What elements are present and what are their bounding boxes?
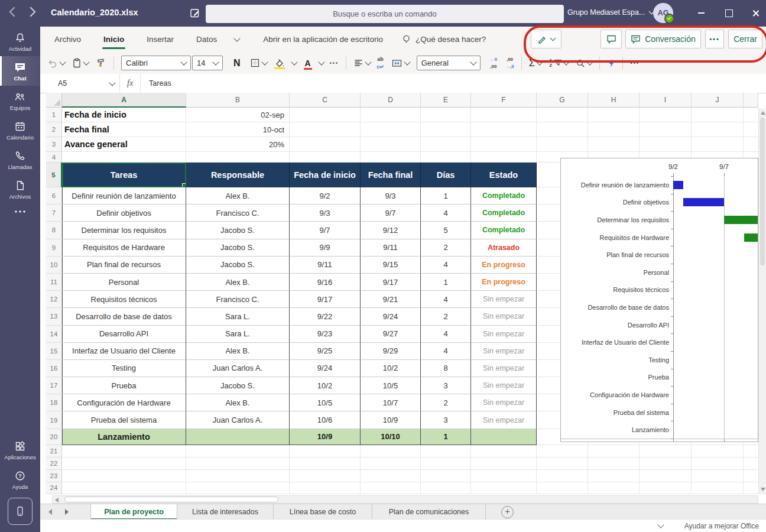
- row-number-8[interactable]: 8: [46, 222, 62, 239]
- vertical-scroll-thumb[interactable]: [760, 118, 765, 265]
- cell-F4[interactable]: [471, 152, 537, 163]
- cell-D10[interactable]: 9/15: [361, 257, 421, 274]
- cell-J2[interactable]: [692, 122, 744, 137]
- cell-B7[interactable]: Francisco C.: [186, 205, 290, 222]
- cell-I23[interactable]: [640, 470, 692, 482]
- cell-A16[interactable]: Testing: [62, 360, 186, 377]
- cell-C4[interactable]: [290, 152, 361, 163]
- cell-E10[interactable]: 4: [421, 257, 471, 274]
- cell-J22[interactable]: [692, 458, 744, 470]
- row-number-23[interactable]: 23: [46, 470, 62, 482]
- cell-B13[interactable]: Sara L.: [186, 308, 290, 325]
- gantt-chart[interactable]: 9/29/7Definir reunión de lanzamientoDefi…: [560, 158, 758, 442]
- rename-pencil-icon[interactable]: [189, 7, 201, 19]
- row-number-11[interactable]: 11: [46, 274, 62, 291]
- cell-D13[interactable]: 9/24: [361, 308, 421, 325]
- cell-A10[interactable]: Plan final de recursos: [62, 257, 186, 274]
- cell-G22[interactable]: [537, 458, 588, 470]
- cell-E14[interactable]: 4: [421, 326, 471, 343]
- bold-button[interactable]: N: [233, 58, 241, 69]
- cell-C5[interactable]: Fecha de inicio: [290, 163, 361, 187]
- cell-A22[interactable]: [62, 458, 186, 470]
- cell-A15[interactable]: Interfaz de Usuario del Cliente: [62, 343, 186, 360]
- cell-C11[interactable]: 9/16: [290, 274, 361, 291]
- cell-G21[interactable]: [537, 445, 588, 458]
- cell-F7[interactable]: Completado: [471, 205, 537, 222]
- cell-B15[interactable]: Alex B.: [186, 343, 290, 360]
- cell-C22[interactable]: [290, 458, 361, 470]
- cell-F11[interactable]: En progreso: [471, 274, 537, 291]
- cell-E12[interactable]: 4: [421, 291, 471, 308]
- cell-B22[interactable]: [186, 458, 290, 470]
- cell-F15[interactable]: Sin empezar: [471, 343, 537, 360]
- column-header-E[interactable]: E: [421, 93, 471, 108]
- cell-B16[interactable]: Juan Carlos A.: [186, 360, 290, 377]
- cell-A20[interactable]: Lanzamiento: [62, 429, 186, 445]
- horizontal-scroll-thumb[interactable]: [64, 497, 278, 502]
- borders-button[interactable]: [250, 58, 267, 68]
- paste-button[interactable]: [72, 58, 89, 68]
- cell-C18[interactable]: 10/5: [290, 394, 361, 411]
- open-in-desktop-link[interactable]: Abrir en la aplicación de escritorio: [263, 35, 383, 44]
- cell-E1[interactable]: [421, 108, 471, 122]
- column-header-H[interactable]: H: [588, 93, 640, 108]
- selection-fill-handle[interactable]: [182, 183, 186, 187]
- cell-B21[interactable]: [186, 445, 290, 458]
- font-size-select[interactable]: 14: [192, 56, 223, 70]
- cell-A9[interactable]: Requisitos de Hardware: [62, 239, 186, 257]
- sidebar-item-archivos[interactable]: Archivos: [0, 174, 40, 204]
- cell-B17[interactable]: Jacobo S.: [186, 377, 290, 394]
- cell-E17[interactable]: 3: [421, 377, 471, 394]
- cell-F16[interactable]: Sin empezar: [471, 360, 537, 377]
- sheet-tab-2[interactable]: Lista de interesados: [177, 504, 274, 520]
- ribbon-more-button[interactable]: •••: [705, 30, 724, 48]
- cell-F20[interactable]: [471, 429, 537, 445]
- cell-E6[interactable]: 1: [421, 187, 471, 205]
- cell-A12[interactable]: Requisitos técnicos: [62, 291, 186, 308]
- cell-B14[interactable]: Sara L.: [186, 326, 290, 343]
- cell-D18[interactable]: 10/7: [361, 394, 421, 411]
- cell-D6[interactable]: 9/3: [361, 187, 421, 205]
- cell-I1[interactable]: [640, 108, 692, 122]
- cell-E20[interactable]: 1: [421, 429, 471, 445]
- cell-H1[interactable]: [588, 108, 640, 122]
- cell-B19[interactable]: Juan Carlos A.: [186, 411, 290, 429]
- row-number-2[interactable]: 2: [46, 122, 62, 137]
- row-number-5[interactable]: 5: [46, 163, 62, 187]
- comment-button[interactable]: [601, 30, 622, 48]
- cell-F5[interactable]: Estado: [471, 163, 537, 187]
- cell-J24[interactable]: [692, 482, 744, 494]
- ribbon-tab-inicio[interactable]: Inicio: [102, 27, 125, 52]
- column-header-B[interactable]: B: [186, 93, 290, 108]
- cell-A7[interactable]: Definir objetivos: [62, 205, 186, 222]
- cell-F3[interactable]: [471, 137, 537, 152]
- cell-E2[interactable]: [421, 122, 471, 137]
- row-number-19[interactable]: 19: [46, 411, 62, 429]
- sheet-tab-4[interactable]: Plan de comunicaciones: [372, 504, 486, 520]
- cell-D21[interactable]: [361, 445, 421, 458]
- cell-F8[interactable]: Completado: [471, 222, 537, 239]
- ribbon-tab-datos[interactable]: Datos: [195, 27, 218, 52]
- cell-E5[interactable]: Días: [421, 163, 471, 187]
- cell-B4[interactable]: [186, 152, 290, 163]
- improve-office-link[interactable]: Ayudar a mejorar Office: [684, 522, 759, 530]
- cell-C6[interactable]: 9/2: [290, 187, 361, 205]
- sidebar-item-ayuda[interactable]: ?Ayuda: [0, 465, 40, 494]
- cell-I24[interactable]: [640, 482, 692, 494]
- cell-A3[interactable]: Avance general: [62, 137, 186, 152]
- cell-B20[interactable]: [186, 429, 290, 445]
- add-sheet-button[interactable]: +: [501, 506, 514, 518]
- cell-E22[interactable]: [421, 458, 471, 470]
- cell-D16[interactable]: 10/2: [361, 360, 421, 377]
- cell-B11[interactable]: Alex B.: [186, 274, 290, 291]
- row-number-15[interactable]: 15: [46, 343, 62, 360]
- wrap-text-button[interactable]: ab c↵: [376, 57, 384, 70]
- chevron-down-icon[interactable]: [657, 521, 664, 528]
- cell-D20[interactable]: 10/10: [361, 429, 421, 445]
- cell-F19[interactable]: Sin empezar: [471, 411, 537, 429]
- row-number-12[interactable]: 12: [46, 291, 62, 308]
- ribbon-tab-insertar[interactable]: Insertar: [145, 27, 175, 52]
- cell-G24[interactable]: [537, 482, 588, 494]
- column-header-F[interactable]: F: [471, 93, 537, 108]
- cell-G3[interactable]: [537, 137, 588, 152]
